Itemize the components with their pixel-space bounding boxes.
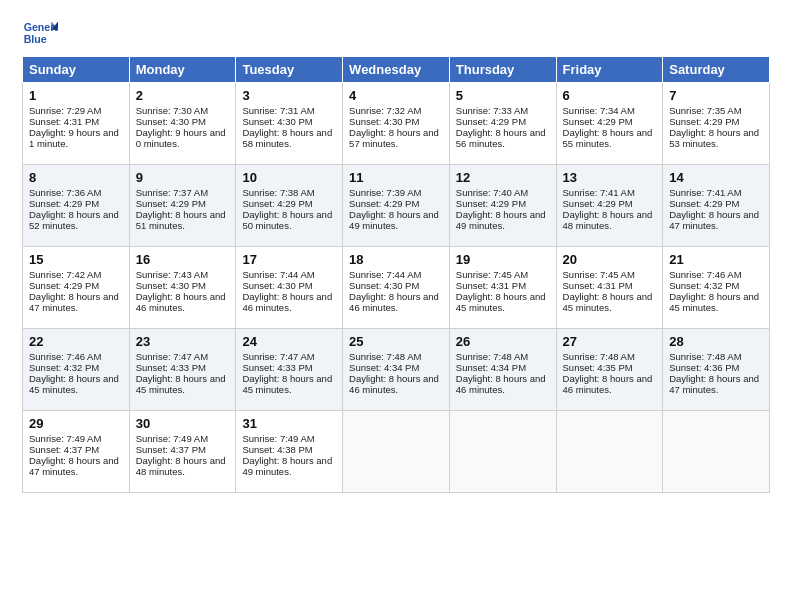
daylight-label: Daylight: 8 hours and 47 minutes. [29, 291, 119, 313]
calendar-cell: 2 Sunrise: 7:30 AM Sunset: 4:30 PM Dayli… [129, 83, 236, 165]
day-number: 19 [456, 252, 550, 267]
calendar-cell [663, 411, 770, 493]
day-number: 10 [242, 170, 336, 185]
day-number: 26 [456, 334, 550, 349]
sunrise-label: Sunrise: 7:43 AM [136, 269, 208, 280]
daylight-label: Daylight: 8 hours and 45 minutes. [242, 373, 332, 395]
sunset-label: Sunset: 4:30 PM [349, 280, 419, 291]
sunrise-label: Sunrise: 7:32 AM [349, 105, 421, 116]
calendar-cell: 9 Sunrise: 7:37 AM Sunset: 4:29 PM Dayli… [129, 165, 236, 247]
calendar-week-row: 1 Sunrise: 7:29 AM Sunset: 4:31 PM Dayli… [23, 83, 770, 165]
calendar-cell: 20 Sunrise: 7:45 AM Sunset: 4:31 PM Dayl… [556, 247, 663, 329]
sunset-label: Sunset: 4:30 PM [242, 116, 312, 127]
calendar-cell: 14 Sunrise: 7:41 AM Sunset: 4:29 PM Dayl… [663, 165, 770, 247]
calendar-cell: 25 Sunrise: 7:48 AM Sunset: 4:34 PM Dayl… [343, 329, 450, 411]
sunrise-label: Sunrise: 7:45 AM [456, 269, 528, 280]
daylight-label: Daylight: 8 hours and 46 minutes. [456, 373, 546, 395]
daylight-label: Daylight: 8 hours and 45 minutes. [136, 373, 226, 395]
weekday-header: Friday [556, 57, 663, 83]
sunrise-label: Sunrise: 7:49 AM [136, 433, 208, 444]
daylight-label: Daylight: 8 hours and 45 minutes. [563, 291, 653, 313]
sunset-label: Sunset: 4:29 PM [136, 198, 206, 209]
sunset-label: Sunset: 4:30 PM [136, 280, 206, 291]
sunset-label: Sunset: 4:35 PM [563, 362, 633, 373]
calendar-cell: 12 Sunrise: 7:40 AM Sunset: 4:29 PM Dayl… [449, 165, 556, 247]
daylight-label: Daylight: 8 hours and 50 minutes. [242, 209, 332, 231]
calendar-cell: 29 Sunrise: 7:49 AM Sunset: 4:37 PM Dayl… [23, 411, 130, 493]
daylight-label: Daylight: 8 hours and 47 minutes. [669, 209, 759, 231]
day-number: 4 [349, 88, 443, 103]
day-number: 15 [29, 252, 123, 267]
sunset-label: Sunset: 4:29 PM [242, 198, 312, 209]
header: General Blue [22, 18, 770, 48]
day-number: 20 [563, 252, 657, 267]
sunrise-label: Sunrise: 7:29 AM [29, 105, 101, 116]
weekday-header: Saturday [663, 57, 770, 83]
daylight-label: Daylight: 8 hours and 58 minutes. [242, 127, 332, 149]
sunset-label: Sunset: 4:36 PM [669, 362, 739, 373]
weekday-header: Thursday [449, 57, 556, 83]
svg-text:Blue: Blue [24, 33, 47, 45]
sunrise-label: Sunrise: 7:33 AM [456, 105, 528, 116]
calendar-cell: 19 Sunrise: 7:45 AM Sunset: 4:31 PM Dayl… [449, 247, 556, 329]
calendar-cell: 8 Sunrise: 7:36 AM Sunset: 4:29 PM Dayli… [23, 165, 130, 247]
day-number: 2 [136, 88, 230, 103]
calendar-cell: 13 Sunrise: 7:41 AM Sunset: 4:29 PM Dayl… [556, 165, 663, 247]
calendar-cell: 18 Sunrise: 7:44 AM Sunset: 4:30 PM Dayl… [343, 247, 450, 329]
sunset-label: Sunset: 4:29 PM [349, 198, 419, 209]
sunset-label: Sunset: 4:32 PM [669, 280, 739, 291]
day-number: 13 [563, 170, 657, 185]
calendar-cell: 21 Sunrise: 7:46 AM Sunset: 4:32 PM Dayl… [663, 247, 770, 329]
calendar-cell: 11 Sunrise: 7:39 AM Sunset: 4:29 PM Dayl… [343, 165, 450, 247]
sunset-label: Sunset: 4:34 PM [456, 362, 526, 373]
daylight-label: Daylight: 8 hours and 48 minutes. [136, 455, 226, 477]
sunset-label: Sunset: 4:33 PM [242, 362, 312, 373]
sunset-label: Sunset: 4:30 PM [136, 116, 206, 127]
calendar-cell: 27 Sunrise: 7:48 AM Sunset: 4:35 PM Dayl… [556, 329, 663, 411]
calendar-header-row: SundayMondayTuesdayWednesdayThursdayFrid… [23, 57, 770, 83]
sunset-label: Sunset: 4:29 PM [456, 198, 526, 209]
calendar-cell: 28 Sunrise: 7:48 AM Sunset: 4:36 PM Dayl… [663, 329, 770, 411]
sunset-label: Sunset: 4:29 PM [456, 116, 526, 127]
sunrise-label: Sunrise: 7:30 AM [136, 105, 208, 116]
sunrise-label: Sunrise: 7:48 AM [349, 351, 421, 362]
sunset-label: Sunset: 4:29 PM [29, 198, 99, 209]
calendar-week-row: 29 Sunrise: 7:49 AM Sunset: 4:37 PM Dayl… [23, 411, 770, 493]
day-number: 18 [349, 252, 443, 267]
day-number: 21 [669, 252, 763, 267]
sunset-label: Sunset: 4:31 PM [563, 280, 633, 291]
calendar-cell: 7 Sunrise: 7:35 AM Sunset: 4:29 PM Dayli… [663, 83, 770, 165]
sunrise-label: Sunrise: 7:41 AM [669, 187, 741, 198]
sunset-label: Sunset: 4:29 PM [563, 116, 633, 127]
daylight-label: Daylight: 8 hours and 46 minutes. [349, 291, 439, 313]
calendar-cell: 31 Sunrise: 7:49 AM Sunset: 4:38 PM Dayl… [236, 411, 343, 493]
daylight-label: Daylight: 9 hours and 1 minute. [29, 127, 119, 149]
day-number: 29 [29, 416, 123, 431]
calendar-cell: 15 Sunrise: 7:42 AM Sunset: 4:29 PM Dayl… [23, 247, 130, 329]
weekday-header: Monday [129, 57, 236, 83]
sunset-label: Sunset: 4:32 PM [29, 362, 99, 373]
page: General Blue SundayMondayTuesdayWednesda… [0, 0, 792, 612]
calendar-cell: 6 Sunrise: 7:34 AM Sunset: 4:29 PM Dayli… [556, 83, 663, 165]
day-number: 7 [669, 88, 763, 103]
day-number: 17 [242, 252, 336, 267]
daylight-label: Daylight: 8 hours and 45 minutes. [456, 291, 546, 313]
daylight-label: Daylight: 8 hours and 46 minutes. [349, 373, 439, 395]
day-number: 12 [456, 170, 550, 185]
day-number: 11 [349, 170, 443, 185]
daylight-label: Daylight: 8 hours and 48 minutes. [563, 209, 653, 231]
sunrise-label: Sunrise: 7:35 AM [669, 105, 741, 116]
calendar-cell: 23 Sunrise: 7:47 AM Sunset: 4:33 PM Dayl… [129, 329, 236, 411]
day-number: 23 [136, 334, 230, 349]
daylight-label: Daylight: 8 hours and 46 minutes. [136, 291, 226, 313]
sunrise-label: Sunrise: 7:47 AM [136, 351, 208, 362]
daylight-label: Daylight: 8 hours and 56 minutes. [456, 127, 546, 149]
day-number: 28 [669, 334, 763, 349]
weekday-header: Sunday [23, 57, 130, 83]
sunset-label: Sunset: 4:33 PM [136, 362, 206, 373]
sunrise-label: Sunrise: 7:46 AM [29, 351, 101, 362]
weekday-header: Tuesday [236, 57, 343, 83]
calendar-cell [343, 411, 450, 493]
day-number: 25 [349, 334, 443, 349]
calendar-cell: 17 Sunrise: 7:44 AM Sunset: 4:30 PM Dayl… [236, 247, 343, 329]
